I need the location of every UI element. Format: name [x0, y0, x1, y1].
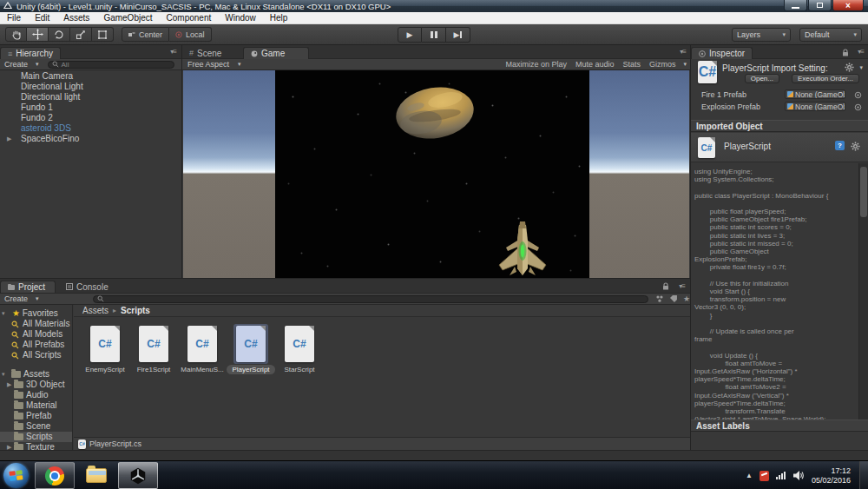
- panel-menu-icon[interactable]: ▾≡: [858, 48, 864, 56]
- tab-hierarchy[interactable]: ≡ Hierarchy: [0, 47, 61, 59]
- breadcrumb-root[interactable]: Assets: [82, 306, 108, 315]
- clock[interactable]: 17:12 05/02/2016: [812, 466, 851, 486]
- assets-root[interactable]: ▾ Assets: [0, 369, 72, 380]
- type-filter-icon[interactable]: [655, 294, 664, 303]
- menu-file[interactable]: File: [0, 13, 28, 23]
- network-signal-icon[interactable]: [776, 472, 786, 479]
- menu-edit[interactable]: Edit: [28, 13, 56, 23]
- step-button[interactable]: ▶: [446, 27, 470, 43]
- hierarchy-item-fundo-1[interactable]: Fundo 1: [0, 102, 181, 113]
- folder-audio[interactable]: Audio: [0, 390, 72, 400]
- file-mainmenuscript[interactable]: C# MainMenuS...: [178, 324, 227, 373]
- lock-icon[interactable]: [842, 49, 849, 56]
- favorite-all-prefabs[interactable]: All Prefabs: [0, 340, 72, 350]
- taskbar-explorer-button[interactable]: [76, 462, 116, 489]
- favorites-header[interactable]: ▾ ★ Favorites: [0, 308, 72, 319]
- inspector-scrollbar[interactable]: [858, 163, 868, 420]
- hierarchy-search-input[interactable]: All: [48, 61, 174, 69]
- rotate-tool-button[interactable]: [49, 27, 70, 42]
- menu-help[interactable]: Help: [263, 13, 295, 23]
- file-starscript[interactable]: C# StarScript: [275, 324, 324, 373]
- move-tool-button[interactable]: [27, 27, 49, 42]
- hierarchy-item-main-camera[interactable]: Main Camera: [0, 71, 181, 82]
- tab-console[interactable]: Console: [61, 281, 114, 293]
- layout-dropdown[interactable]: Default▾: [799, 28, 862, 42]
- favorite-all-models[interactable]: All Models: [0, 329, 72, 340]
- aspect-dropdown[interactable]: Free Aspect▾: [187, 60, 241, 69]
- pivot-toggle-button[interactable]: Center: [122, 27, 169, 42]
- hierarchy-item-asteroid-3ds[interactable]: asteroid 3DS: [0, 123, 181, 134]
- explosion-prefab-field[interactable]: None (GameOb: [785, 102, 845, 111]
- folder-scene[interactable]: Scene: [0, 421, 72, 432]
- gear-icon[interactable]: [851, 142, 860, 151]
- show-desktop-button[interactable]: [859, 461, 868, 489]
- panel-menu-icon[interactable]: ▾≡: [679, 282, 685, 290]
- menu-window[interactable]: Window: [218, 13, 263, 23]
- fire1-prefab-field[interactable]: None (GameOb: [785, 89, 845, 99]
- menu-component[interactable]: Component: [160, 13, 219, 23]
- lock-icon[interactable]: [662, 282, 669, 290]
- minimize-button[interactable]: [784, 0, 807, 11]
- rect-tool-button[interactable]: [92, 27, 114, 42]
- file-fire1script[interactable]: C# Fire1Script: [129, 324, 178, 373]
- favorite-all-scripts[interactable]: All Scripts: [0, 350, 72, 360]
- game-viewport[interactable]: [183, 70, 689, 278]
- stats-toggle[interactable]: Stats: [622, 60, 641, 69]
- pause-button[interactable]: [422, 27, 446, 43]
- file-enemyscript[interactable]: C# EnemyScript: [81, 324, 129, 373]
- folder-3d-object[interactable]: ▶ 3D Object: [0, 380, 72, 390]
- chevron-down-icon[interactable]: ▾: [859, 64, 863, 71]
- close-button[interactable]: ×: [832, 0, 864, 11]
- help-icon[interactable]: ?: [835, 141, 845, 150]
- tab-project[interactable]: Project: [0, 281, 56, 293]
- execution-order-button[interactable]: Execution Order...: [792, 74, 859, 83]
- folder-scripts[interactable]: Scripts: [0, 432, 72, 442]
- taskbar-unity-button[interactable]: [118, 462, 158, 489]
- restore-button[interactable]: [808, 0, 832, 11]
- tab-inspector[interactable]: Inspector: [691, 47, 753, 59]
- window-titlebar[interactable]: Unity (64bit) - Level1.unity - MiniCurso…: [0, 0, 868, 12]
- file-playerscript[interactable]: C# PlayerScript: [227, 324, 275, 373]
- gear-icon[interactable]: [845, 63, 854, 72]
- search-icon: [11, 320, 19, 328]
- open-button[interactable]: Open...: [745, 74, 779, 83]
- object-picker-icon[interactable]: [854, 91, 862, 99]
- folder-prefab[interactable]: Prefab: [0, 411, 72, 421]
- panel-menu-icon[interactable]: ▾≡: [170, 48, 176, 56]
- start-button[interactable]: [3, 463, 29, 488]
- object-picker-icon[interactable]: [854, 103, 862, 111]
- hierarchy-item-fundo-2[interactable]: Fundo 2: [0, 113, 181, 123]
- create-button[interactable]: Create▾: [4, 60, 39, 69]
- scrollbar-thumb[interactable]: [860, 167, 867, 217]
- panel-menu-icon[interactable]: ▾≡: [680, 48, 686, 56]
- create-button[interactable]: Create▾: [4, 294, 39, 303]
- scale-tool-button[interactable]: [70, 27, 92, 42]
- folder-material[interactable]: Material: [0, 400, 72, 411]
- menu-assets[interactable]: Assets: [56, 13, 96, 23]
- tab-game[interactable]: Game: [243, 47, 309, 59]
- expand-arrow-icon[interactable]: ▶: [7, 380, 11, 390]
- project-search-input[interactable]: [93, 295, 649, 303]
- maximize-on-play-toggle[interactable]: Maximize on Play: [505, 60, 567, 69]
- favorites-filter-icon[interactable]: ★: [683, 294, 690, 303]
- play-button[interactable]: ▶: [398, 27, 422, 43]
- tab-scene[interactable]: # Scene: [184, 47, 227, 59]
- expand-arrow-icon[interactable]: ▶: [7, 134, 11, 144]
- collapse-arrow-icon[interactable]: ▾: [2, 308, 5, 319]
- collapse-arrow-icon[interactable]: ▾: [2, 369, 5, 380]
- gizmos-dropdown[interactable]: Gizmos▾: [649, 60, 687, 69]
- hierarchy-item-directional-light-2[interactable]: Directional light: [0, 92, 181, 102]
- hand-tool-button[interactable]: [5, 27, 27, 42]
- volume-icon[interactable]: [792, 470, 805, 481]
- favorite-all-materials[interactable]: All Materials: [0, 319, 72, 329]
- taskbar-chrome-button[interactable]: [35, 462, 75, 489]
- mute-audio-toggle[interactable]: Mute audio: [575, 60, 615, 69]
- tray-antivirus-icon[interactable]: [760, 471, 769, 481]
- hierarchy-item-spacebicofino[interactable]: ▶ SpaceBicoFino: [0, 134, 181, 144]
- hierarchy-item-directional-light-1[interactable]: Directional Light: [0, 82, 181, 92]
- layers-dropdown[interactable]: Layers▾: [732, 28, 791, 42]
- menu-gameobject[interactable]: GameObject: [96, 13, 159, 23]
- space-toggle-button[interactable]: Local: [169, 27, 212, 42]
- tray-expand-icon[interactable]: ▲: [746, 472, 753, 479]
- label-filter-icon[interactable]: [669, 294, 678, 303]
